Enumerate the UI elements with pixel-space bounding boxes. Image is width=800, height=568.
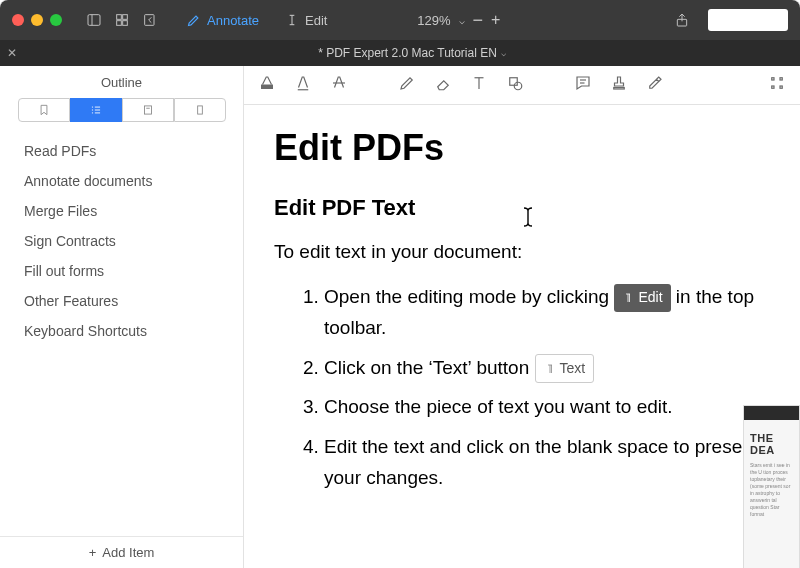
svg-rect-19 <box>197 106 202 114</box>
outline-list: Read PDFs Annotate documents Merge Files… <box>0 132 243 536</box>
outline-item[interactable]: Keyboard Shortcuts <box>0 316 243 346</box>
seg-thumbnails[interactable] <box>174 98 226 122</box>
annotate-mode-button[interactable]: Annotate <box>186 13 259 28</box>
search-input[interactable] <box>708 9 788 31</box>
document-area: Edit PDFs Edit PDF Text To edit text in … <box>244 66 800 568</box>
share-icon[interactable] <box>672 10 692 30</box>
svg-rect-2 <box>117 15 122 20</box>
underline-icon[interactable] <box>294 74 312 96</box>
text-icon[interactable] <box>470 74 488 96</box>
seg-annotations[interactable] <box>122 98 174 122</box>
zoom-out-button[interactable]: − <box>473 10 484 31</box>
titlebar: Annotate Edit 129% ⌵ − + <box>0 0 800 40</box>
svg-rect-0 <box>88 15 100 26</box>
svg-rect-4 <box>117 21 122 26</box>
grid-view-icon[interactable] <box>112 10 132 30</box>
minimize-window-icon[interactable] <box>31 14 43 26</box>
highlight-icon[interactable] <box>258 74 276 96</box>
svg-rect-20 <box>261 85 273 90</box>
fullscreen-window-icon[interactable] <box>50 14 62 26</box>
svg-rect-29 <box>614 88 625 90</box>
select-icon[interactable] <box>768 74 786 96</box>
doc-step: Click on the ‘Text’ button Text <box>324 352 770 384</box>
edit-badge: Edit <box>614 284 670 311</box>
svg-rect-33 <box>780 86 782 88</box>
page-thumbnail[interactable]: THE DEA Stars emit i see in the U tion p… <box>743 405 800 568</box>
outline-item[interactable]: Other Features <box>0 286 243 316</box>
chevron-down-icon: ⌵ <box>501 48 506 58</box>
svg-rect-25 <box>510 78 518 86</box>
sidebar-toggle-icon[interactable] <box>84 10 104 30</box>
outline-item[interactable]: Merge Files <box>0 196 243 226</box>
svg-rect-32 <box>772 86 774 88</box>
plus-icon: + <box>89 545 97 560</box>
text-badge: Text <box>535 354 595 383</box>
seg-bookmarks[interactable] <box>18 98 70 122</box>
eyedropper-icon[interactable] <box>646 74 664 96</box>
stamp-icon[interactable] <box>610 74 628 96</box>
zoom-value[interactable]: 129% <box>417 13 450 28</box>
svg-rect-5 <box>123 21 128 26</box>
note-icon[interactable] <box>574 74 592 96</box>
annotate-label: Annotate <box>207 13 259 28</box>
outline-item[interactable]: Fill out forms <box>0 256 243 286</box>
strikethrough-icon[interactable] <box>330 74 348 96</box>
doc-step: Choose the piece of text you want to edi… <box>324 391 770 422</box>
pen-icon[interactable] <box>398 74 416 96</box>
seg-outline[interactable] <box>70 98 122 122</box>
doc-intro: To edit text in your document: <box>274 241 770 263</box>
tab-close-button[interactable]: ✕ <box>0 46 24 60</box>
doc-step: Edit the text and click on the blank spa… <box>324 431 770 494</box>
close-window-icon[interactable] <box>12 14 24 26</box>
tab-title[interactable]: * PDF Expert 2.0 Mac Tutorial EN ⌵ <box>24 46 800 60</box>
sidebar-view-segmented <box>0 98 243 132</box>
doc-steps: Open the editing mode by clicking Edit i… <box>274 281 770 493</box>
tab-bar: ✕ * PDF Expert 2.0 Mac Tutorial EN ⌵ <box>0 40 800 66</box>
document-page[interactable]: Edit PDFs Edit PDF Text To edit text in … <box>244 105 800 568</box>
outline-item[interactable]: Annotate documents <box>0 166 243 196</box>
doc-step: Open the editing mode by clicking Edit i… <box>324 281 770 344</box>
zoom-in-button[interactable]: + <box>491 11 500 29</box>
zoom-dropdown-icon[interactable]: ⌵ <box>459 15 465 26</box>
svg-rect-17 <box>144 106 151 114</box>
svg-rect-30 <box>772 78 774 80</box>
annotate-toolbar <box>244 66 800 105</box>
edit-label: Edit <box>305 13 327 28</box>
sidebar-title: Outline <box>0 66 243 98</box>
doc-h1: Edit PDFs <box>274 127 770 169</box>
edit-mode-button[interactable]: Edit <box>285 13 327 28</box>
outline-item[interactable]: Read PDFs <box>0 136 243 166</box>
shape-icon[interactable] <box>506 74 524 96</box>
svg-rect-3 <box>123 15 128 20</box>
back-icon[interactable] <box>140 10 160 30</box>
add-item-button[interactable]: + Add Item <box>0 536 243 568</box>
svg-point-26 <box>514 82 522 90</box>
eraser-icon[interactable] <box>434 74 452 96</box>
window-controls <box>12 14 62 26</box>
outline-item[interactable]: Sign Contracts <box>0 226 243 256</box>
text-cursor-icon <box>521 206 535 228</box>
outline-sidebar: Outline Read PDFs Annotate documents Mer… <box>0 66 244 568</box>
svg-rect-31 <box>780 78 782 80</box>
zoom-controls: 129% ⌵ − + <box>417 10 500 31</box>
